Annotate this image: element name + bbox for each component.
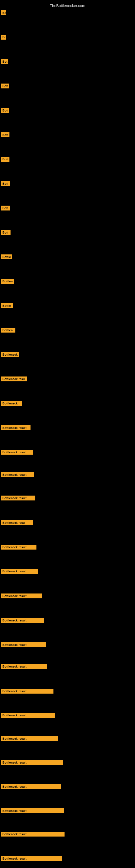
list-item: Bottleneck result [0, 542, 135, 552]
bottleneck-result-label: Bottleneck result [1, 425, 31, 430]
bottleneck-result-label: Bottleneck [1, 352, 19, 357]
bottleneck-result-label: Bo [1, 35, 6, 40]
list-item: Bott [0, 179, 135, 188]
list-item: Bottlen [0, 277, 135, 286]
list-item: Bottleneck result [0, 830, 135, 839]
list-item: Bo [0, 33, 135, 42]
list-item: Bottleneck result [0, 782, 135, 791]
bottleneck-result-label: Bottleneck result [1, 642, 46, 647]
list-item: Bottleneck result [0, 734, 135, 743]
list-item: Bottleneck result [0, 423, 135, 432]
bottleneck-result-label: Bott [1, 181, 10, 186]
list-item: Bottle [0, 301, 135, 310]
list-item: Bo [0, 8, 135, 18]
bottleneck-result-label: Bottleneck result [1, 569, 38, 574]
list-item: Bottleneck result [0, 591, 135, 600]
list-item: Bott [0, 204, 135, 213]
list-item: Bottlen [0, 326, 135, 335]
bottleneck-result-label: Bottleneck result [1, 664, 47, 669]
bottleneck-result-label: Bo [1, 10, 6, 15]
bottleneck-result-label: Bottleneck result [1, 618, 44, 623]
bottleneck-result-label: Bott [1, 84, 9, 88]
list-item: Bott [0, 228, 135, 237]
list-item: Bottleneck result [0, 854, 135, 863]
list-item: Bottleneck result [0, 686, 135, 696]
list-item: Bottleneck result [0, 711, 135, 720]
bottleneck-result-label: Bottleneck result [1, 832, 64, 837]
list-item: Bott [0, 130, 135, 140]
bottleneck-result-label: Bottleneck result [1, 736, 58, 741]
bottleneck-result-label: Bottleneck result [1, 856, 62, 861]
list-item: Bottleneck result [0, 470, 135, 479]
list-item: Bottleneck resu [0, 374, 135, 383]
bottleneck-result-label: Bottleneck result [1, 689, 53, 693]
list-item: Bot [0, 57, 135, 66]
list-item: Bottleneck result [0, 640, 135, 649]
bottleneck-result-label: Bottleneck result [1, 545, 37, 550]
list-item: Bottleneck result [0, 493, 135, 503]
bottleneck-result-label: Bottlen [1, 328, 15, 333]
bottleneck-result-label: Bottlen [1, 279, 14, 284]
list-item: Bottle [0, 252, 135, 261]
bottleneck-result-label: Bottleneck result [1, 784, 61, 789]
bottleneck-result-label: Bott [1, 230, 10, 235]
list-item: Bottleneck result [0, 758, 135, 767]
list-item: Bottleneck result [0, 616, 135, 625]
bottleneck-result-label: Bott [1, 108, 9, 113]
list-item: Bottleneck result [0, 806, 135, 815]
bottleneck-result-label: Bottleneck result [1, 472, 34, 477]
bottleneck-result-label: Bott [1, 206, 10, 211]
bottleneck-result-label: Bott [1, 157, 9, 162]
bottleneck-result-label: Bottleneck result [1, 593, 42, 598]
list-item: Bott [0, 155, 135, 164]
list-item: Bottleneck resu [0, 518, 135, 527]
bottleneck-result-label: Bottleneck resu [1, 376, 27, 381]
list-item: Bottleneck [0, 350, 135, 359]
list-item: Bottleneck r [0, 399, 135, 408]
bottleneck-result-label: Bottleneck resu [1, 520, 33, 525]
bottleneck-result-label: Bot [1, 59, 8, 64]
bottleneck-result-label: Bottleneck result [1, 760, 63, 765]
bottleneck-result-label: Bottleneck result [1, 713, 55, 718]
list-item: Bott [0, 106, 135, 115]
bottleneck-result-label: Bottleneck r [1, 401, 22, 406]
bottleneck-result-label: Bott [1, 132, 9, 137]
bottleneck-result-label: Bottleneck result [1, 496, 35, 500]
bottleneck-result-label: Bottleneck result [1, 450, 33, 455]
bottleneck-result-label: Bottleneck result [1, 808, 64, 813]
bottleneck-result-label: Bottle [1, 303, 13, 308]
list-item: Bottleneck result [0, 447, 135, 457]
list-item: Bottleneck result [0, 662, 135, 671]
bottleneck-result-label: Bottle [1, 254, 12, 259]
list-item: Bott [0, 82, 135, 91]
list-item: Bottleneck result [0, 567, 135, 576]
